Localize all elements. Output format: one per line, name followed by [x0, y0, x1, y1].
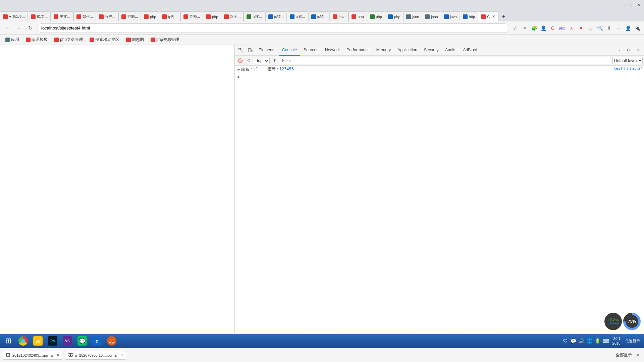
bookmark-item-2[interactable]: php文章管理 [52, 36, 86, 44]
tray-network-icon[interactable]: 🌐 [586, 338, 593, 344]
bookmark-item-0[interactable]: 应用 [3, 36, 22, 44]
devtools-tab-network[interactable]: Network [322, 45, 343, 56]
devtools-tab-adblock[interactable]: AdBlock [460, 45, 481, 56]
browser-tab-tab-10[interactable]: php [203, 11, 221, 21]
context-selector[interactable]: top [254, 57, 270, 64]
opera-button[interactable]: O [549, 24, 557, 32]
devtools-settings-button[interactable]: ⚙ [625, 46, 633, 55]
devtools-tab-sources[interactable]: Sources [300, 45, 322, 56]
devtools-tab-console[interactable]: Console [279, 45, 300, 56]
new-tab-button[interactable]: + [499, 12, 508, 21]
devtools-tab-memory[interactable]: Memory [373, 45, 394, 56]
tool1-button[interactable]: ◆ [577, 24, 585, 32]
download-item-1[interactable]: 🖼 u=252678905,13....jpg ▲ ✕ [65, 351, 126, 360]
bookmark-star-button[interactable]: ☆ [511, 24, 519, 32]
devtools-tab-audits[interactable]: Audits [442, 45, 460, 56]
download-arrow-icon-1[interactable]: ▲ [114, 353, 117, 357]
browser-tab-tab-12[interactable]: js转... [244, 11, 265, 21]
browser-tab-tab-24[interactable]: C✕ [478, 11, 499, 21]
extensions-button[interactable]: 🧩 [530, 24, 538, 32]
taskbar-explorer[interactable]: 📁 [31, 335, 45, 347]
yisu-widget[interactable]: 亿速显示 [624, 339, 641, 344]
browser-tab-tab-18[interactable]: php [367, 11, 385, 21]
bookmark-item-4[interactable]: 刘志图 [123, 36, 147, 44]
devtools-more-button[interactable]: ⋮ [615, 46, 624, 55]
settings-button[interactable]: ⋯ [614, 24, 623, 32]
reader-mode-button[interactable]: ≡ [521, 24, 529, 32]
devtools-tab-security[interactable]: Security [421, 45, 442, 56]
taskbar-ie[interactable]: e [90, 335, 104, 347]
inspect-element-button[interactable] [236, 46, 245, 55]
start-button[interactable]: ⊞ [1, 335, 15, 347]
devtools-close-button[interactable]: ✕ [634, 46, 643, 55]
php-icon[interactable]: php [558, 24, 566, 32]
cpu-usage-widget[interactable]: 75% [623, 313, 641, 330]
person-button[interactable]: 👤 [624, 24, 632, 32]
tool3-button[interactable]: 🔍 [596, 24, 604, 32]
tool2-button[interactable]: ◇ [586, 24, 594, 32]
console-filter-button[interactable]: ⊘ [245, 57, 253, 64]
taskbar-chrome[interactable] [16, 335, 30, 347]
taskbar-photoshop[interactable]: Ps [46, 335, 60, 347]
browser-tab-tab-17[interactable]: php [348, 11, 367, 21]
browser-tab-tab-14[interactable]: js转... [287, 11, 308, 21]
console-filter-input[interactable] [280, 57, 611, 64]
taskbar-wechat[interactable]: 💬 [75, 335, 89, 347]
download-close-icon-1[interactable]: ✕ [120, 353, 123, 357]
browser-tab-tab-13[interactable]: js转... [265, 11, 287, 21]
browser-tab-tab-6[interactable]: 控制... [118, 11, 141, 21]
download-button[interactable]: ⬇ [605, 24, 613, 32]
devtools-tab-elements[interactable]: Elements [255, 45, 279, 56]
browser-tab-tab-8[interactable]: tp5|... [159, 11, 180, 21]
tray-keyboard-icon[interactable]: ⌨ [602, 338, 609, 344]
browser-tab-tab-22[interactable]: java [441, 11, 460, 21]
device-toolbar-button[interactable] [246, 46, 255, 55]
system-clock[interactable]: 20:1 2018 [610, 336, 623, 347]
profile-button[interactable]: 👤 [539, 24, 547, 32]
devtools-tab-performance[interactable]: Performance [343, 45, 373, 56]
close-download-bar-button[interactable]: ✕ [635, 353, 641, 358]
expand-arrow-icon[interactable]: ▶ [236, 67, 241, 72]
bookmark-item-1[interactable]: 清理垃圾 [23, 36, 50, 44]
browser-tab-tab-4[interactable]: 如何... [73, 11, 96, 21]
console-source-link[interactable]: test4.html:24 [614, 66, 643, 71]
tray-chat-icon[interactable]: 💬 [570, 338, 577, 344]
acrobat-button[interactable]: A [568, 24, 576, 32]
tray-battery-icon[interactable]: 🔋 [594, 338, 601, 344]
maximize-button[interactable]: □ [629, 2, 635, 8]
browser-tab-tab-16[interactable]: java [330, 11, 348, 21]
expand-arrow-2-icon[interactable]: ▶ [236, 74, 241, 79]
browser-tab-tab-21[interactable]: json [422, 11, 441, 21]
browser-tab-tab-19[interactable]: php [385, 11, 403, 21]
tab-close-tab-24[interactable]: ✕ [491, 14, 496, 19]
bookmark-item-3[interactable]: 搜索移动专区 [87, 36, 122, 44]
console-eye-button[interactable]: 👁 [271, 57, 278, 64]
show-all-downloads-button[interactable]: 全部显示 [616, 352, 632, 358]
extension2-button[interactable]: 🔌 [633, 24, 641, 32]
console-levels-selector[interactable]: Default levels ▾ [612, 57, 643, 64]
browser-tab-tab-1[interactable]: ● 第1步... [0, 11, 28, 21]
browser-tab-tab-11[interactable]: 双全... [221, 11, 244, 21]
browser-tab-tab-20[interactable]: json [403, 11, 422, 21]
taskbar-firefox[interactable]: 🦊 [105, 335, 119, 347]
browser-tab-tab-5[interactable]: 程序... [96, 11, 118, 21]
bookmark-item-5[interactable]: php资源管理 [148, 36, 182, 44]
browser-tab-tab-9[interactable]: 导师... [180, 11, 203, 21]
browser-tab-tab-2[interactable]: 91文... [28, 11, 51, 21]
download-arrow-icon-0[interactable]: ▲ [50, 353, 54, 357]
tray-antivirus-icon[interactable]: 🛡 [562, 338, 569, 344]
reload-button[interactable]: ↻ [25, 23, 35, 33]
tray-volume-icon[interactable]: 🔊 [578, 338, 585, 344]
back-button[interactable]: ← [3, 23, 12, 33]
forward-button[interactable]: → [14, 23, 23, 33]
close-window-button[interactable]: ✕ [636, 2, 641, 8]
download-item-0[interactable]: 🖼 2012102402403....jpg ▲ ✕ [3, 351, 62, 360]
download-close-icon-0[interactable]: ✕ [56, 353, 59, 357]
taskbar-vs[interactable]: VS [60, 335, 74, 347]
browser-tab-tab-3[interactable]: 中文... [51, 11, 73, 21]
browser-tab-tab-7[interactable]: php [141, 11, 159, 21]
minimize-button[interactable]: ─ [623, 2, 628, 8]
console-clear-button[interactable]: 🚫 [236, 57, 244, 64]
browser-tab-tab-23[interactable]: http [460, 11, 478, 21]
devtools-tab-application[interactable]: Application [394, 45, 421, 56]
